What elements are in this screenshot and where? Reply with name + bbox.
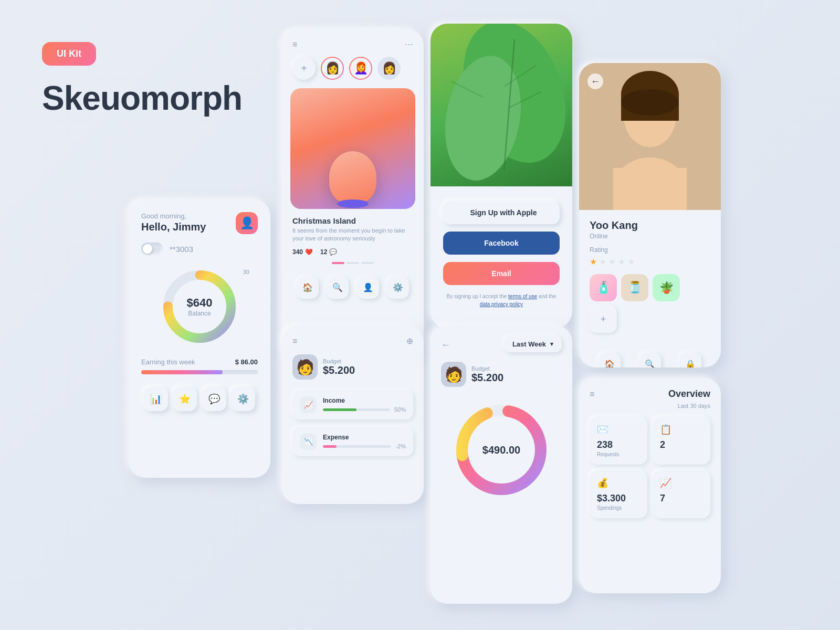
donut-center-lg: $490.00 [482,444,520,456]
comments-stat: 12 💬 [320,248,337,256]
add-icon-sm[interactable]: ⊕ [406,336,413,346]
profile-search-btn[interactable]: 🔍 [639,353,661,368]
auth-card: Sign Up with Apple Facebook Email By sig… [430,24,572,328]
income-pct: 50% [394,406,406,413]
story-avatar-3[interactable]: 👩 [377,57,401,80]
svg-rect-17 [613,168,687,210]
expense-label: Expense [323,434,406,441]
nav-chart-btn[interactable]: 📊 [144,387,168,411]
profile-card: ← Yoo Kang Online Rating ★ ★ ★ ★ ★ 🧴 🫙 🪴… [579,63,721,368]
social-bottom-nav: 🏠 🔍 👤 ⚙️ [282,270,424,305]
social-top-bar: ≡ ⋯ [282,29,424,57]
star-1: ★ [590,257,597,267]
income-row: 📈 Income 50% [292,390,413,419]
toggle-switch[interactable] [141,243,163,255]
star-4: ★ [618,257,625,267]
apple-signup-btn[interactable]: Sign Up with Apple [443,201,560,224]
person-avatar: 🧑 [292,354,318,380]
add-swatch-btn[interactable]: + [590,306,617,333]
privacy-link[interactable]: data privacy policy [480,301,523,307]
more-icon[interactable]: ⋯ [405,39,413,49]
period-selector[interactable]: Last Week ▾ [504,336,562,352]
balance-label: Balance [187,310,213,317]
email-signup-btn[interactable]: Email [443,262,560,285]
earning-label: Earning this week [141,358,195,366]
expense-fill [323,445,337,448]
rating-label: Rating [590,246,710,254]
star-2: ★ [599,257,606,267]
overview-menu-icon[interactable]: ≡ [590,390,594,399]
avatar [236,212,258,234]
budget-large-card: ← Last Week ▾ 🧑 Budget $5.200 [430,326,572,604]
balance-amount: $640 [187,296,213,310]
menu-icon-sm[interactable]: ≡ [292,337,297,346]
expense-bar [323,445,391,448]
social-home-btn[interactable]: 🏠 [297,277,319,299]
budget-lg-avatar: 🧑 [441,362,466,387]
col2-icon: 📋 [660,424,703,435]
add-story-btn[interactable]: + [292,57,316,80]
card-number: **3003 [170,245,193,254]
profile-name: Yoo Kang [590,219,710,232]
spendings-value: $3.300 [597,493,640,504]
scroll-dot-2 [346,262,359,264]
nav-chat-btn[interactable]: 💬 [202,387,226,411]
income-bar-row: 50% [323,406,406,413]
scroll-dot-3 [361,262,374,264]
facebook-signup-btn[interactable]: Facebook [443,232,560,255]
swatch-green[interactable]: 🪴 [653,274,680,301]
stat-requests: ✉️ 238 Requests [590,416,647,465]
social-search-btn[interactable]: 🔍 [327,277,349,299]
social-profile-btn[interactable]: 👤 [357,277,379,299]
back-btn[interactable]: ← [441,340,450,351]
product-object [329,151,376,204]
story-avatar-2[interactable]: 👩‍🦰 [349,57,372,80]
ui-kit-badge: UI Kit [42,42,96,66]
swatch-pink[interactable]: 🧴 [590,274,617,301]
donut-lg-area: $490.00 [441,397,562,502]
scroll-indicator [282,262,424,264]
overview-period: Last 30 days [590,403,710,409]
budget-lg-person: 🧑 Budget $5.200 [441,362,562,387]
post-image [290,88,415,209]
profile-lock-btn[interactable]: 🔒 [679,353,701,368]
profile-content: Yoo Kang Online Rating ★ ★ ★ ★ ★ 🧴 🫙 🪴 + [579,210,721,342]
balance-chart: 30 $640 Balance [141,265,258,349]
budget-amount: $5.200 [323,364,355,376]
col2-value: 2 [660,439,703,450]
overview-title: Overview [668,388,710,400]
person-row: 🧑 Budget $5.200 [292,354,413,380]
menu-icon[interactable]: ≡ [292,40,298,49]
expense-info: Expense -2% [323,434,406,449]
chevron-icon: ▾ [550,341,553,348]
chart-number: 30 [243,269,249,275]
profile-home-btn[interactable]: 🏠 [598,353,621,368]
income-label: Income [323,397,406,404]
stat-col2: 📋 2 [653,416,710,465]
overview-card: ≡ Overview Last 30 days ✉️ 238 Requests … [579,378,721,593]
requests-icon: ✉️ [597,424,640,435]
auth-image [430,24,572,186]
post-desc: It seems from the moment you begin to ta… [292,227,413,243]
story-avatar-1[interactable]: 👩 [321,57,344,80]
profile-back-btn[interactable]: ← [587,74,603,89]
budget-header: ≡ ⊕ [292,336,413,346]
main-title: Skeuomorph [42,79,242,118]
finance-card: Good morning, Hello, Jimmy **3003 30 $64… [129,200,270,478]
nav-settings-btn[interactable]: ⚙️ [231,387,255,411]
social-settings-btn[interactable]: ⚙️ [387,277,409,299]
stat-col4: 📈 7 [653,470,710,518]
budget-label: Budget [323,358,355,364]
terms-link[interactable]: terms of use [508,293,537,299]
profile-status: Online [590,233,710,240]
budget-lg-header: ← Last Week ▾ [441,336,562,362]
income-info: Income 50% [323,397,406,413]
nav-star-btn[interactable]: ⭐ [173,387,197,411]
earning-value: $ 86.00 [235,358,258,366]
swatch-beige[interactable]: 🫙 [621,274,648,301]
donut-center: $640 Balance [187,296,213,317]
expense-icon: 📉 [300,433,317,450]
overview-header: ≡ Overview [590,388,710,400]
post-stats: 340 ❤️ 12 💬 [292,248,413,256]
budget-small-card: ≡ ⊕ 🧑 Budget $5.200 📈 Income 50% 📉 Expen… [282,326,424,504]
